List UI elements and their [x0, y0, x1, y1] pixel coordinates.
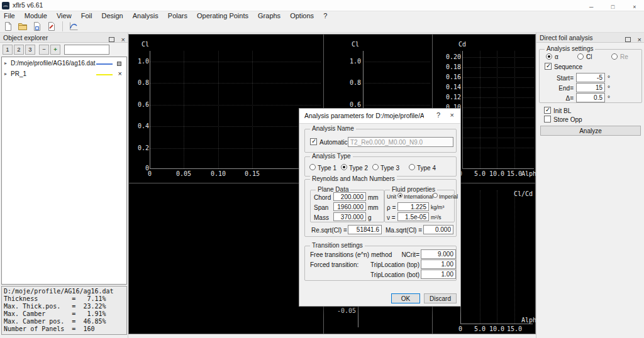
expand-caret-icon[interactable]: ▸ — [4, 60, 7, 66]
close-panel-icon[interactable]: × — [638, 36, 641, 43]
fluid-properties-label: Fluid properties — [390, 186, 437, 193]
gridline-h — [150, 105, 321, 106]
float-panel-icon[interactable] — [625, 37, 631, 42]
re-radio-label: Re — [620, 53, 628, 60]
trip-top-input[interactable] — [421, 259, 456, 269]
trip-bot-input[interactable] — [421, 270, 456, 279]
close-project-icon[interactable] — [46, 21, 57, 32]
delta-input[interactable] — [576, 93, 605, 102]
y-tick-label: 0.14 — [436, 84, 461, 90]
dialog-titlebar[interactable]: Analysis parameters for D:/moje/profile/… — [299, 109, 460, 124]
type-2-radio[interactable] — [341, 164, 347, 170]
menu-analysis[interactable]: Analysis — [129, 11, 162, 20]
mass-input[interactable] — [333, 212, 366, 221]
automatic-checkbox[interactable] — [310, 138, 317, 145]
gridline-h — [363, 62, 430, 62]
imperial-radio[interactable] — [433, 193, 438, 198]
foil-line-style[interactable] — [96, 63, 113, 65]
gridline-h — [462, 97, 534, 98]
alpha-radio-label: α — [555, 53, 558, 60]
sequence-checkbox[interactable] — [545, 63, 552, 70]
dialog-close-button[interactable]: × — [450, 111, 454, 119]
object-tree[interactable]: ▸ D:/moje/profile/AG16/ag16.dat ▸ PR_1 × — [1, 57, 127, 285]
delete-polar-icon[interactable]: × — [118, 70, 122, 77]
close-panel-icon[interactable]: × — [121, 36, 125, 43]
menu-operating-points[interactable]: Operating Points — [193, 11, 252, 20]
gridline-h — [462, 77, 534, 78]
expand-caret-icon[interactable]: ▸ — [4, 71, 7, 77]
re-sqrt-cl-input[interactable] — [348, 225, 382, 234]
tree-item-foil[interactable]: ▸ D:/moje/profile/AG16/ag16.dat — [2, 58, 126, 69]
open-project-icon[interactable] — [17, 21, 28, 32]
x-tick-label: 15.0 — [503, 325, 526, 332]
unit-label: Unit — [387, 194, 396, 200]
direct-analysis-header[interactable]: Direct foil analysis × — [536, 33, 644, 43]
add-button[interactable]: + — [50, 45, 60, 55]
discard-button[interactable]: Discard — [424, 293, 457, 303]
menu-options[interactable]: Options — [286, 11, 318, 20]
density-input[interactable] — [397, 202, 429, 211]
ok-button[interactable]: OK — [391, 293, 420, 303]
trip-bot-label: TripLocation (bot) — [369, 271, 419, 278]
gridline-h — [462, 148, 534, 148]
explorer-filter-input[interactable] — [64, 45, 109, 55]
expand-level-3-button[interactable]: 3 — [25, 45, 35, 55]
analysis-name-input[interactable] — [348, 137, 453, 147]
gridline-h — [462, 138, 534, 138]
expand-level-1-button[interactable]: 1 — [3, 45, 13, 55]
x-tick-label: 0.10 — [207, 170, 230, 177]
span-input[interactable] — [333, 202, 366, 211]
store-opp-checkbox[interactable] — [544, 116, 551, 123]
international-radio[interactable] — [397, 193, 402, 198]
new-project-icon[interactable] — [3, 21, 14, 32]
ncrit-input[interactable] — [421, 249, 456, 259]
gridline-v — [514, 190, 515, 324]
analysis-settings-label: Analysis settings — [545, 45, 595, 52]
x-tick-label: 0 — [138, 170, 161, 177]
foil-points-icon[interactable] — [117, 62, 121, 66]
type-3-radio[interactable] — [372, 164, 379, 170]
alpha-radio[interactable] — [546, 53, 552, 60]
gridline-h — [150, 62, 321, 62]
menu-graphs[interactable]: Graphs — [254, 11, 284, 20]
analysis-settings-group: Analysis settings α Cl Re Sequence Start… — [539, 49, 642, 103]
re-radio[interactable] — [611, 53, 618, 60]
start-input[interactable] — [576, 73, 605, 82]
float-panel-icon[interactable] — [109, 37, 114, 42]
menu-help[interactable]: ? — [319, 11, 331, 20]
init-bl-checkbox[interactable] — [544, 107, 551, 114]
graph-cl-cd[interactable]: 1.00.80.60.40.2000.050.100.15Cl — [129, 35, 323, 183]
type-1-radio[interactable] — [309, 164, 316, 170]
graph-title: Cl/Cd — [514, 190, 533, 197]
menu-polars[interactable]: Polars — [164, 11, 191, 20]
density-unit: kg/m³ — [431, 204, 444, 211]
y-axis — [150, 51, 150, 168]
chord-input[interactable] — [333, 192, 366, 201]
menu-file[interactable]: File — [0, 11, 19, 20]
gridline-h — [150, 126, 321, 127]
type-4-radio[interactable] — [409, 164, 415, 170]
analyze-button[interactable]: Analyze — [540, 126, 641, 136]
ma-sqrt-cl-input[interactable] — [423, 225, 453, 234]
graph-title: Cl — [352, 41, 359, 48]
expand-level-2-button[interactable]: 2 — [14, 45, 24, 55]
tree-item-polar[interactable]: ▸ PR_1 × — [2, 69, 126, 80]
transition-settings-group: Transition settings Free transitions (e^… — [304, 246, 457, 281]
object-explorer-header[interactable]: Object explorer × — [0, 33, 128, 43]
y-tick-label: 0.18 — [436, 63, 461, 70]
cl-radio[interactable] — [577, 53, 584, 60]
transition-settings-label: Transition settings — [310, 242, 365, 249]
collapse-button[interactable]: − — [39, 45, 49, 55]
dialog-help-button[interactable]: ? — [436, 111, 440, 119]
polar-view-icon[interactable] — [68, 21, 79, 32]
end-input[interactable] — [576, 83, 605, 92]
menu-module[interactable]: Module — [21, 11, 51, 20]
menu-view[interactable]: View — [53, 11, 75, 20]
titlebar[interactable]: xflr5 v6.61 ─ □ × — [0, 0, 644, 11]
graph-pane-empty[interactable] — [129, 183, 323, 335]
menu-design[interactable]: Design — [97, 11, 126, 20]
polar-line-style[interactable] — [96, 74, 113, 75]
save-project-icon[interactable] — [31, 21, 43, 32]
menu-foil[interactable]: Foil — [77, 11, 96, 20]
viscosity-input[interactable] — [397, 212, 429, 221]
